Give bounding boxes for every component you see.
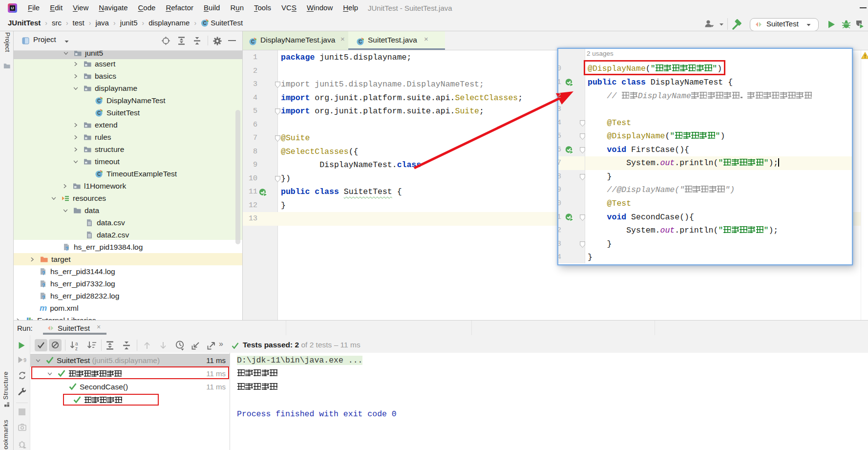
svg-text:9: 9 bbox=[23, 357, 26, 363]
svg-text:z: z bbox=[75, 346, 78, 351]
